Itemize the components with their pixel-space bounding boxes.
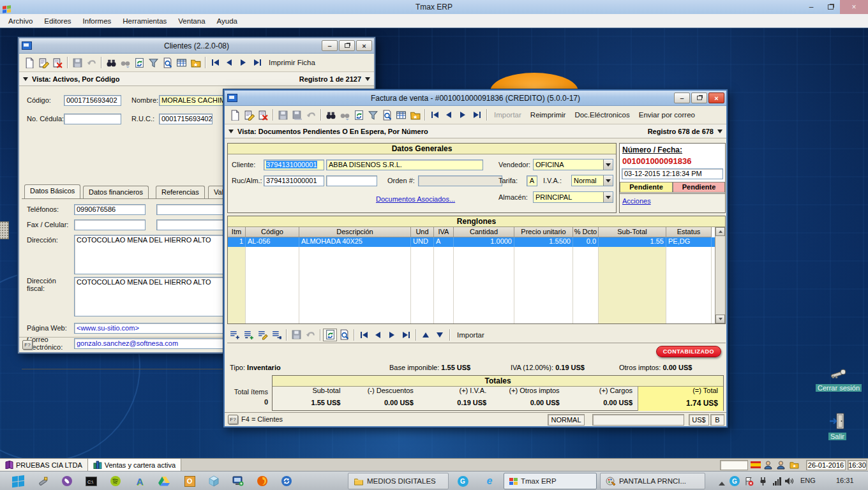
fkey-help-icon[interactable]: F? <box>228 415 238 424</box>
nav-last-icon[interactable] <box>250 56 264 69</box>
table-row-selected[interactable]: 1 AL-056 ALMOHADA 40X25 UND A 1.0000 1.5… <box>228 237 725 247</box>
col-header[interactable]: Precio unitario <box>514 227 573 237</box>
new-record-icon[interactable] <box>228 108 242 121</box>
company-tab-ventas[interactable]: Ventas y cartera activa <box>88 459 181 471</box>
dropdown-arrow-icon[interactable] <box>603 160 613 170</box>
fkey-help-icon[interactable]: F? <box>22 340 33 350</box>
tray-volume-icon[interactable] <box>782 475 797 487</box>
line-first-icon[interactable] <box>357 329 371 341</box>
nav-last-icon[interactable] <box>470 108 484 121</box>
main-close-button[interactable]: × <box>840 0 868 14</box>
tray-power-icon[interactable] <box>756 475 770 487</box>
delete-record-icon[interactable] <box>50 56 64 69</box>
move-line-up-icon[interactable] <box>419 329 433 341</box>
undo-icon[interactable] <box>304 108 318 121</box>
cliente-nombre-field[interactable]: ABBA DISENOS S.R.L. <box>326 160 483 170</box>
factura-close-button[interactable]: × <box>708 93 724 103</box>
dropdown-arrow-icon[interactable] <box>603 192 613 202</box>
taskbar-gdrive-icon[interactable] <box>157 475 171 487</box>
factura-minimize-button[interactable]: – <box>674 93 690 103</box>
iva-combo[interactable]: Normal <box>571 175 613 186</box>
find-icon[interactable] <box>324 108 338 121</box>
new-record-icon[interactable] <box>22 56 36 69</box>
enviar-correo-button[interactable]: Enviar por correo <box>634 111 700 119</box>
tab-referencias[interactable]: Referencias <box>156 186 205 198</box>
table-view-icon[interactable] <box>174 56 188 69</box>
renglones-vertical-scrollbar[interactable] <box>715 227 725 323</box>
menu-ventana[interactable]: Ventana <box>172 17 211 25</box>
menu-herramientas[interactable]: Herramientas <box>117 17 172 25</box>
importar-button[interactable]: Importar <box>490 111 526 119</box>
col-header[interactable]: Descripción <box>299 227 411 237</box>
col-header[interactable]: Sub-Total <box>599 227 666 237</box>
taskbar-button-tmax[interactable]: Tmax ERP <box>504 473 597 489</box>
tarifa-field[interactable]: A <box>527 175 537 186</box>
factura-vista-bar[interactable]: Vista: Documentos Pendientes O En Espera… <box>225 124 726 138</box>
taskbar-firefox-icon[interactable] <box>255 475 269 487</box>
add-line-icon[interactable] <box>227 329 241 341</box>
fecha-field[interactable]: 03-12-2015 12:18:34 PM <box>622 168 723 179</box>
find-icon[interactable] <box>104 56 118 69</box>
nav-first-icon[interactable] <box>208 56 222 69</box>
importar-lineas-button[interactable]: Importar <box>453 331 489 339</box>
clientes-titlebar[interactable]: Clientes (2..2.0-08) – × <box>19 38 374 54</box>
reimprimir-button[interactable]: Reimprimir <box>526 111 571 119</box>
col-header[interactable]: Estatus <box>666 227 712 237</box>
special-folder-icon[interactable] <box>789 461 799 470</box>
web-field[interactable]: <www.su-sitio.com> <box>74 323 239 334</box>
save-icon[interactable] <box>276 108 290 121</box>
taskbar-cmd-icon[interactable] <box>84 475 98 487</box>
col-header[interactable]: IVA <box>434 227 454 237</box>
user-icon[interactable] <box>764 461 772 471</box>
codigo-field[interactable]: 0001715693402 <box>64 95 121 106</box>
undo-icon[interactable] <box>84 56 98 69</box>
find-next-icon[interactable] <box>118 56 132 69</box>
taskbar-ie-icon[interactable]: e <box>483 475 497 487</box>
shortcut-salir[interactable]: Salir <box>819 412 855 440</box>
tray-clock[interactable]: 16:31 <box>836 477 854 484</box>
menu-ayuda[interactable]: Ayuda <box>211 17 243 25</box>
find-next-icon[interactable] <box>338 108 352 121</box>
main-minimize-button[interactable]: – <box>802 0 821 14</box>
filter-icon[interactable] <box>146 56 160 69</box>
taskbar-outlook-icon[interactable]: O <box>183 475 197 487</box>
filter-icon[interactable] <box>366 108 380 121</box>
almacen-combo[interactable]: PRINCIPAL <box>533 191 613 203</box>
direccion-textarea[interactable]: COTOCOLLAO MENA DEL HIERRO ALTO <box>74 235 239 274</box>
taskbar-adwords-icon[interactable]: A <box>133 475 147 487</box>
refresh-icon[interactable] <box>132 56 146 69</box>
vendedor-combo[interactable]: OFICINA <box>533 159 613 170</box>
taskbar-update-icon[interactable] <box>280 475 294 487</box>
delete-line-icon[interactable] <box>269 329 283 341</box>
preview-icon[interactable] <box>380 108 394 121</box>
acciones-link[interactable]: Acciones <box>622 197 651 205</box>
edit-record-icon[interactable] <box>36 56 50 69</box>
clientes-minimize-button[interactable]: – <box>322 40 338 51</box>
shortcut-cerrar-sesion[interactable]: Cerrar sesión <box>814 368 863 392</box>
undo-icon[interactable] <box>303 329 317 341</box>
line-next-icon[interactable] <box>385 329 399 341</box>
clientes-vista-bar[interactable]: Vista: Activos, Por Código Registro 1 de… <box>19 72 374 86</box>
ruc-field[interactable]: 0001715693402 <box>159 114 213 124</box>
cliente-codigo-field[interactable]: 3794131000001 <box>264 160 324 170</box>
company-tab-pruebas[interactable]: PRUEBAS CIA LTDA <box>0 459 88 471</box>
user-icon[interactable] <box>777 461 785 471</box>
menu-informes[interactable]: Informes <box>77 17 117 25</box>
taskbar-cube-icon[interactable] <box>207 475 221 487</box>
refresh-icon[interactable] <box>352 108 366 121</box>
telefonos-field-1[interactable]: 0990676586 <box>74 204 146 215</box>
move-line-down-icon[interactable] <box>433 329 447 341</box>
table-view-icon[interactable] <box>394 108 408 121</box>
delete-record-icon[interactable] <box>256 108 270 121</box>
edit-record-icon[interactable] <box>242 108 256 121</box>
save-icon[interactable] <box>70 56 84 69</box>
line-last-icon[interactable] <box>399 329 413 341</box>
preview-line-icon[interactable] <box>337 329 351 341</box>
save-all-icon[interactable] <box>290 108 304 121</box>
clientes-close-button[interactable]: × <box>356 40 372 51</box>
special-folder-icon[interactable] <box>408 108 422 121</box>
main-restore-button[interactable] <box>821 0 840 14</box>
preview-icon[interactable] <box>160 56 174 69</box>
orden-field[interactable] <box>418 175 502 186</box>
start-button[interactable] <box>5 474 31 488</box>
